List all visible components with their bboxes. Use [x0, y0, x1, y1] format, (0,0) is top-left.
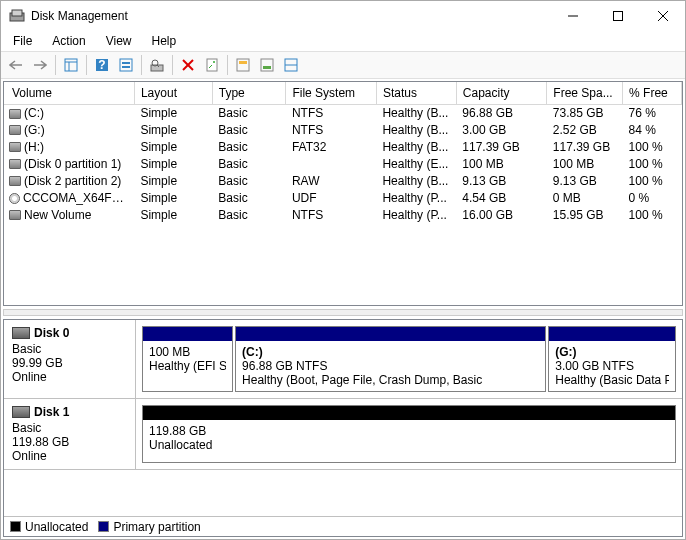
table-row[interactable]: (Disk 0 partition 1) Simple Basic Health…	[4, 155, 682, 172]
disk-info[interactable]: Disk 0 Basic 99.99 GB Online	[4, 320, 136, 398]
volume-layout: Simple	[134, 104, 212, 121]
partition[interactable]: (C:) 96.88 GB NTFS Healthy (Boot, Page F…	[235, 326, 546, 392]
partition-bar	[143, 406, 675, 420]
svg-rect-1	[12, 10, 22, 16]
partition-bar	[236, 327, 545, 341]
table-row[interactable]: (C:) Simple Basic NTFS Healthy (B... 96.…	[4, 104, 682, 121]
volume-layout: Simple	[134, 138, 212, 155]
layout-button[interactable]	[280, 54, 302, 76]
volume-type: Basic	[212, 104, 286, 121]
properties-button[interactable]	[201, 54, 223, 76]
col-volume[interactable]: Volume	[4, 82, 134, 104]
volume-fs: UDF	[286, 189, 376, 206]
col-free[interactable]: Free Spa...	[547, 82, 623, 104]
menu-file[interactable]: File	[5, 32, 40, 50]
volume-free: 15.95 GB	[547, 206, 623, 223]
partition-label: (G:)	[555, 345, 576, 359]
volume-free: 117.39 GB	[547, 138, 623, 155]
col-status[interactable]: Status	[376, 82, 456, 104]
show-hide-tree-button[interactable]	[60, 54, 82, 76]
svg-point-20	[213, 61, 215, 63]
volume-fs	[286, 155, 376, 172]
legend-unallocated-swatch	[10, 521, 21, 532]
col-fs[interactable]: File System	[286, 82, 376, 104]
menu-help[interactable]: Help	[144, 32, 185, 50]
col-capacity[interactable]: Capacity	[456, 82, 546, 104]
volume-status: Healthy (B...	[376, 104, 456, 121]
splitter[interactable]	[3, 309, 683, 316]
table-row[interactable]: (G:) Simple Basic NTFS Healthy (B... 3.0…	[4, 121, 682, 138]
col-pct[interactable]: % Free	[623, 82, 682, 104]
minimize-button[interactable]	[550, 2, 595, 31]
partition-desc: Healthy (EFI Sys	[149, 359, 226, 373]
volume-fs: FAT32	[286, 138, 376, 155]
table-row[interactable]: (H:) Simple Basic FAT32 Healthy (B... 11…	[4, 138, 682, 155]
volume-free: 2.52 GB	[547, 121, 623, 138]
partition-size: 3.00 GB NTFS	[555, 359, 669, 373]
volume-capacity: 3.00 GB	[456, 121, 546, 138]
disk-name: Disk 0	[34, 326, 69, 340]
volume-layout: Simple	[134, 121, 212, 138]
volume-status: Healthy (P...	[376, 206, 456, 223]
svg-rect-22	[239, 61, 247, 64]
drive-icon	[9, 176, 21, 186]
maximize-button[interactable]	[595, 2, 640, 31]
volume-capacity: 4.54 GB	[456, 189, 546, 206]
svg-text:?: ?	[98, 58, 105, 72]
settings-top-button[interactable]	[232, 54, 254, 76]
partition-size: 119.88 GB	[149, 424, 669, 438]
volume-free: 73.85 GB	[547, 104, 623, 121]
volume-status: Healthy (B...	[376, 121, 456, 138]
rescan-button[interactable]	[146, 54, 168, 76]
settings-bottom-button[interactable]	[256, 54, 278, 76]
partition-desc: Healthy (Basic Data Partition)	[555, 373, 669, 387]
disk-row[interactable]: Disk 0 Basic 99.99 GB Online 100 MB Heal…	[4, 320, 682, 399]
close-button[interactable]	[640, 2, 685, 31]
delete-button[interactable]	[177, 54, 199, 76]
partition[interactable]: 100 MB Healthy (EFI Sys	[142, 326, 233, 392]
drive-icon	[9, 210, 21, 220]
volume-name: (H:)	[24, 140, 44, 154]
volume-fs: NTFS	[286, 121, 376, 138]
legend: Unallocated Primary partition	[4, 516, 682, 536]
table-row[interactable]: (Disk 2 partition 2) Simple Basic RAW He…	[4, 172, 682, 189]
disk-row[interactable]: Disk 1 Basic 119.88 GB Online 119.88 GB …	[4, 399, 682, 470]
table-row[interactable]: New Volume Simple Basic NTFS Healthy (P.…	[4, 206, 682, 223]
volume-fs: NTFS	[286, 206, 376, 223]
disk-icon	[12, 327, 30, 339]
volume-pct: 100 %	[623, 155, 682, 172]
volume-list[interactable]: Volume Layout Type File System Status Ca…	[3, 81, 683, 306]
help-button[interactable]: ?	[91, 54, 113, 76]
volume-pct: 76 %	[623, 104, 682, 121]
svg-rect-24	[263, 66, 271, 69]
window-title: Disk Management	[31, 9, 550, 23]
volume-fs: RAW	[286, 172, 376, 189]
column-headers[interactable]: Volume Layout Type File System Status Ca…	[4, 82, 682, 104]
menu-view[interactable]: View	[98, 32, 140, 50]
volume-capacity: 117.39 GB	[456, 138, 546, 155]
volume-free: 100 MB	[547, 155, 623, 172]
svg-rect-3	[613, 12, 622, 21]
partition[interactable]: (G:) 3.00 GB NTFS Healthy (Basic Data Pa…	[548, 326, 676, 392]
forward-button[interactable]	[29, 54, 51, 76]
drive-icon	[9, 193, 20, 204]
col-layout[interactable]: Layout	[134, 82, 212, 104]
back-button[interactable]	[5, 54, 27, 76]
partition-desc: Healthy (Boot, Page File, Crash Dump, Ba…	[242, 373, 539, 387]
refresh-button[interactable]	[115, 54, 137, 76]
toolbar: ?	[1, 51, 685, 79]
legend-primary-label: Primary partition	[113, 520, 200, 534]
disk-info[interactable]: Disk 1 Basic 119.88 GB Online	[4, 399, 136, 469]
partition-bar	[143, 327, 232, 341]
table-row[interactable]: CCCOMA_X64FRE... Simple Basic UDF Health…	[4, 189, 682, 206]
partition[interactable]: 119.88 GB Unallocated	[142, 405, 676, 463]
disk-size: 99.99 GB	[12, 356, 127, 370]
app-icon	[9, 8, 25, 24]
volume-pct: 100 %	[623, 138, 682, 155]
disk-map: Disk 0 Basic 99.99 GB Online 100 MB Heal…	[3, 319, 683, 537]
svg-rect-13	[122, 66, 130, 68]
menu-action[interactable]: Action	[44, 32, 93, 50]
svg-rect-12	[122, 62, 130, 64]
volume-layout: Simple	[134, 172, 212, 189]
col-type[interactable]: Type	[212, 82, 286, 104]
